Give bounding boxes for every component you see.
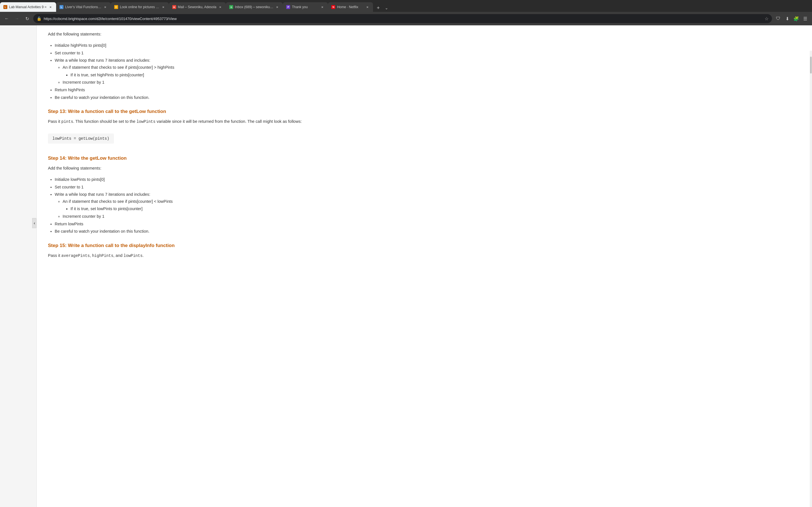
step14-intro-text: Add the following statements: (48, 165, 801, 172)
step15-heading: Step 15: Write a function call to the di… (48, 243, 801, 248)
step13-code1: pints (61, 119, 73, 124)
scrollbar-thumb[interactable] (810, 57, 812, 73)
tab-thank[interactable]: P Thank you ✕ (283, 2, 328, 12)
scrollbar[interactable] (810, 51, 812, 507)
step13-intro: Pass it pints. This function should be s… (48, 118, 801, 125)
step14-bullet-1: Initialize lowPints to pints[0] (55, 176, 801, 183)
tab-lab[interactable]: L Lab Manual Activities 9 = ✕ (0, 2, 56, 12)
sidebar-collapse-button[interactable]: ‹ (32, 218, 37, 228)
tab-lab-title: Lab Manual Activities 9 = (9, 5, 47, 9)
tab-more-button[interactable]: ⌄ (383, 4, 391, 12)
tab-thank-title: Thank you (292, 5, 318, 9)
step13-section: Step 13: Write a function call to the ge… (48, 109, 801, 147)
tab-mail-close[interactable]: ✕ (218, 5, 222, 9)
step14-section: Step 14: Write the getLow function Add t… (48, 156, 801, 235)
shield-icon: 🛡 (774, 15, 782, 22)
toolbar-icons: 🛡 ⬇ 🧩 ☰ (774, 15, 809, 22)
tab-look-favicon: C (114, 5, 118, 9)
extensions-icon[interactable]: 🧩 (792, 15, 800, 22)
main-content: Add the following statements: Initialize… (37, 25, 812, 507)
increment-item-1: Increment counter by 1 (63, 79, 801, 86)
tab-thank-close[interactable]: ✕ (320, 5, 324, 9)
tab-look-close[interactable]: ✕ (161, 5, 165, 9)
tab-netflix-favicon: N (331, 5, 335, 9)
if-true-item-1: If it is true, set highPints to pints[co… (70, 71, 801, 78)
step14-bullet-list: Initialize lowPints to pints[0] Set coun… (55, 176, 801, 235)
step13-code2: lowPints (137, 119, 155, 124)
tab-liver-title: Liver's Vital Functions… (65, 5, 101, 9)
url-bar[interactable]: 🔒 https://ccbcmd.brightspace.com/d2l/le/… (33, 14, 772, 23)
step13-heading: Step 13: Write a function call to the ge… (48, 109, 801, 114)
step14-while-sublist: An if statement that checks to see if pi… (63, 198, 801, 220)
step14-bullet-3: Write a while loop that runs 7 iteration… (55, 191, 801, 220)
tab-netflix-close[interactable]: ✕ (365, 5, 370, 9)
browser-chrome: L Lab Manual Activities 9 = ✕ L Liver's … (0, 0, 812, 25)
bullet-item-3: Write a while loop that runs 7 iteration… (55, 57, 801, 86)
step14-increment-1: Increment counter by 1 (63, 213, 801, 220)
while-loop-sublist: An if statement that checks to see if pi… (63, 64, 801, 86)
tab-look[interactable]: C Look online for pictures … ✕ (111, 2, 168, 12)
step14-return-low: Return lowPints (55, 221, 801, 228)
step14-while-item-1: An if statement that checks to see if pi… (63, 198, 801, 205)
step15-code1: averagePints (61, 253, 90, 258)
bookmark-star-icon[interactable]: ☆ (765, 16, 769, 21)
tab-thank-favicon: P (286, 5, 290, 9)
step14-if-sublist: If it is true, set lowPints to pints[cou… (70, 205, 801, 212)
step14-bullet-2: Set counter to 1 (55, 184, 801, 191)
tab-inbox-favicon: G (229, 5, 233, 9)
return-high: Return highPints (55, 87, 801, 94)
tab-netflix[interactable]: N Home · Netflix ✕ (328, 2, 373, 12)
step15-intro: Pass it averagePints, highPints, and low… (48, 252, 801, 259)
careful-high: Be careful to watch your indentation on … (55, 94, 801, 101)
tab-bar: L Lab Manual Activities 9 = ✕ L Liver's … (0, 0, 812, 12)
step14-if-true-1: If it is true, set lowPints to pints[cou… (70, 205, 801, 212)
forward-button[interactable]: → (13, 15, 21, 22)
download-icon[interactable]: ⬇ (783, 15, 791, 22)
step14-heading: Step 14: Write the getLow function (48, 156, 801, 161)
step15-section: Step 15: Write a function call to the di… (48, 243, 801, 259)
tab-lab-favicon: L (3, 5, 7, 9)
back-button[interactable]: ← (3, 15, 11, 22)
reload-button[interactable]: ↻ (23, 15, 31, 22)
tab-liver-close[interactable]: ✕ (103, 5, 107, 9)
tab-inbox[interactable]: G Inbox (689) – sewoniku… ✕ (226, 2, 283, 12)
tab-mail[interactable]: M Mail – Sewoniku, Adesola ✕ (169, 2, 226, 12)
page-wrapper: ‹ Add the following statements: Initiali… (0, 25, 812, 507)
bullet-item-1: Initialize highPints to pints[0] (55, 42, 801, 49)
step15-code2: highPints (92, 253, 113, 258)
tab-mail-favicon: M (172, 5, 176, 9)
tab-look-title: Look online for pictures … (120, 5, 159, 9)
tab-liver[interactable]: L Liver's Vital Functions… ✕ (56, 2, 111, 12)
step15-code3: lowPints (123, 253, 142, 258)
url-text: https://ccbcmd.brightspace.com/d2l/le/co… (44, 17, 762, 21)
left-sidebar: ‹ (0, 25, 37, 507)
tab-inbox-title: Inbox (689) – sewoniku… (235, 5, 273, 9)
step13-code-block: lowPints = getLow(pints) (48, 133, 114, 144)
address-bar: ← → ↻ 🔒 https://ccbcmd.brightspace.com/d… (0, 12, 812, 25)
top-bullet-list: Initialize highPints to pints[0] Set cou… (55, 42, 801, 101)
while-item-1: An if statement that checks to see if pi… (63, 64, 801, 71)
security-icon: 🔒 (37, 16, 42, 21)
tab-mail-title: Mail – Sewoniku, Adesola (178, 5, 216, 9)
tab-liver-favicon: L (59, 5, 63, 9)
new-tab-button[interactable]: + (374, 4, 382, 12)
intro-text-top: Add the following statements: (48, 31, 801, 38)
tab-netflix-title: Home · Netflix (337, 5, 363, 9)
tab-inbox-close[interactable]: ✕ (275, 5, 280, 9)
tab-lab-close[interactable]: ✕ (48, 5, 53, 9)
bullet-item-2: Set counter to 1 (55, 50, 801, 57)
step14-careful-low: Be careful to watch your indentation on … (55, 228, 801, 235)
if-true-sublist: If it is true, set highPints to pints[co… (70, 71, 801, 78)
menu-icon[interactable]: ☰ (801, 15, 809, 22)
